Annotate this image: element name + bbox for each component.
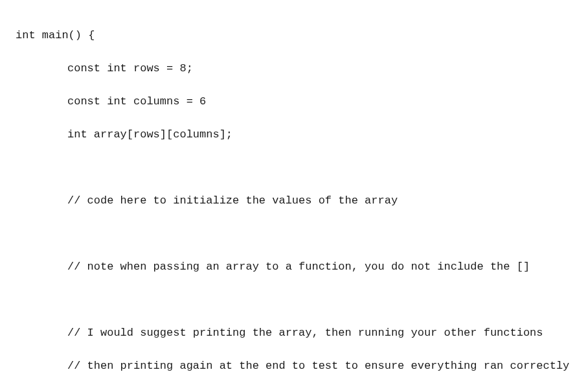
code-line-blank: [16, 292, 572, 308]
code-line-blank: [16, 159, 572, 176]
code-line: int array[rows][columns];: [16, 126, 572, 143]
code-line-blank: [16, 226, 572, 242]
code-comment: // then printing again at the end to tes…: [16, 358, 572, 373]
code-line: int main() {: [16, 27, 572, 44]
code-line: const int columns = 6: [16, 93, 572, 110]
code-comment: // I would suggest printing the array, t…: [16, 325, 572, 342]
code-comment: // note when passing an array to a funct…: [16, 259, 572, 275]
code-comment: // code here to initialize the values of…: [16, 192, 572, 209]
code-block: int main() { const int rows = 8; const i…: [16, 10, 572, 372]
code-line: const int rows = 8;: [16, 60, 572, 77]
